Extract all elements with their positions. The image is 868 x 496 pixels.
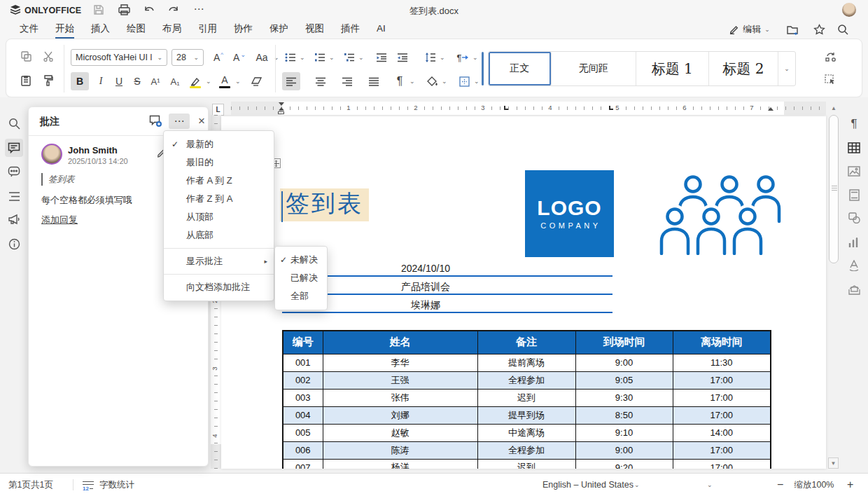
tab-collaboration[interactable]: 协作 [234,20,253,39]
left-indent-marker[interactable] [278,111,284,114]
style-heading1[interactable]: 标题 1 [636,52,709,85]
doc-heading[interactable]: 签到表 [280,188,369,221]
scrollbar-thumb[interactable] [829,115,839,263]
copy-button[interactable] [18,48,34,64]
right-header-footer-button[interactable] [844,185,864,205]
increase-indent-button[interactable] [394,49,411,66]
paste-button[interactable] [18,72,34,89]
tab-view[interactable]: 视图 [305,20,324,39]
right-image-settings-button[interactable] [844,161,864,181]
menu-item-author-az[interactable]: 作者 A 到 Z [164,172,274,190]
undo-button[interactable] [141,4,157,16]
print-button[interactable] [116,4,132,16]
borders-button[interactable] [456,72,472,90]
align-center-button[interactable] [312,72,330,90]
style-normal[interactable]: 正文 [489,52,552,85]
superscript-button[interactable]: A¹ [146,72,164,90]
tab-home[interactable]: 开始 [55,20,74,39]
tab-references[interactable]: 引用 [198,20,217,39]
menu-item-show-comments[interactable]: 显示批注▸ [164,252,274,270]
add-comment-button[interactable] [145,113,166,129]
increment-font-button[interactable]: A^ [209,49,227,66]
style-no-spacing[interactable]: 无间距 [552,52,636,85]
comments-sort-button[interactable]: ⋯ [169,113,190,129]
format-painter-button[interactable] [40,72,57,89]
styles-gallery-expand[interactable]: ⌄ [778,52,795,85]
header-id[interactable]: 编号 [283,331,323,354]
header-note[interactable]: 备注 [477,331,575,354]
scroll-up-button[interactable]: ▲ [829,103,839,113]
menu-item-from-top[interactable]: 从顶部 [164,208,274,226]
font-color-button[interactable]: A [216,72,233,90]
strikethrough-button[interactable]: S [130,72,145,90]
open-file-location-button[interactable] [784,21,802,38]
more-actions-button[interactable]: ⋯ [190,2,207,16]
bullets-button[interactable] [282,49,299,66]
left-about-button[interactable] [0,235,28,252]
decrease-indent-button[interactable] [373,49,390,66]
left-feedback-button[interactable] [0,211,28,228]
font-name-combo[interactable]: Microsoft YaHei UI l ⌄ [71,49,167,66]
right-shape-settings-button[interactable] [844,208,864,228]
tab-layout[interactable]: 布局 [162,20,181,39]
highlight-color-button[interactable] [187,72,204,90]
horizontal-ruler[interactable]: 1 2 3 4 5 6 7 [231,102,826,115]
align-right-button[interactable] [338,72,356,90]
zoom-out-button[interactable]: − [777,474,783,496]
chevron-down-icon[interactable]: ⌄ [329,55,335,61]
bold-button[interactable]: B [71,72,89,90]
menu-item-add-comment-to-document[interactable]: 向文档添加批注 [164,278,274,296]
shading-button[interactable] [424,72,440,90]
tab-insert[interactable]: 插入 [91,20,110,39]
left-navigation-button[interactable] [0,188,28,205]
left-search-button[interactable] [0,115,28,132]
menu-item-oldest[interactable]: 最旧的 [164,153,274,172]
header-departure[interactable]: 离场时间 [673,331,771,354]
cut-button[interactable] [40,48,57,64]
redo-button[interactable] [165,4,181,16]
chevron-down-icon[interactable]: ⌄ [474,78,479,85]
tab-file[interactable]: 文件 [20,20,38,39]
chevron-down-icon[interactable]: ⌄ [206,78,211,85]
right-chart-settings-button[interactable] [844,232,864,252]
tab-stop-selector[interactable]: L [212,104,224,116]
hanging-indent-marker[interactable] [279,107,284,111]
editing-mode-button[interactable]: 编辑 ⌄ [725,21,774,38]
tab-ai[interactable]: AI [377,20,386,39]
language-selector[interactable]: English – United States [542,474,634,496]
user-avatar[interactable] [842,3,856,17]
chevron-down-icon[interactable]: ⌄ [472,55,478,61]
people-graphic[interactable] [657,175,785,255]
chevron-down-icon[interactable]: ⌄ [300,55,305,61]
right-text-art-button[interactable] [844,256,864,275]
chevron-down-icon[interactable]: ⌄ [235,78,241,85]
select-tool-button[interactable] [821,71,839,89]
zoom-level[interactable]: 缩放100% [792,474,836,496]
search-button[interactable] [834,21,851,38]
chevron-down-icon[interactable]: ⌄ [410,78,415,85]
chevron-down-icon[interactable]: ⌄ [440,55,445,61]
font-size-combo[interactable]: 28 ⌄ [172,49,204,66]
submenu-item-resolved[interactable]: 已解决 [275,269,327,287]
menu-item-newest[interactable]: ✓最新的 [164,135,274,153]
submenu-item-unresolved[interactable]: ✓未解决 [275,251,327,269]
tab-stop-marker[interactable] [504,106,508,110]
submenu-item-all[interactable]: 全部 [275,287,327,305]
comments-close-button[interactable]: × [194,113,209,129]
scroll-down-button[interactable]: ▼ [828,457,839,469]
clear-formatting-button[interactable] [247,72,265,90]
tab-protection[interactable]: 保护 [270,20,288,39]
underline-button[interactable]: U [111,72,127,90]
show-paragraph-marks-button[interactable]: ¶ [391,72,408,90]
first-line-indent-marker[interactable] [279,102,284,106]
save-button[interactable] [91,4,106,16]
right-table-settings-button[interactable] [844,138,864,158]
align-left-button[interactable] [282,72,300,90]
word-count-button[interactable]: 字数统计 [99,474,134,496]
italic-button[interactable]: I [93,72,108,90]
menu-item-author-za[interactable]: 作者 Z 到 A [164,190,274,208]
chevron-down-icon[interactable]: ⌄ [634,474,640,496]
right-mail-merge-button[interactable] [844,280,864,299]
logo-image[interactable]: LOGO COMPANY [525,170,614,257]
left-comments-button[interactable] [5,139,23,157]
